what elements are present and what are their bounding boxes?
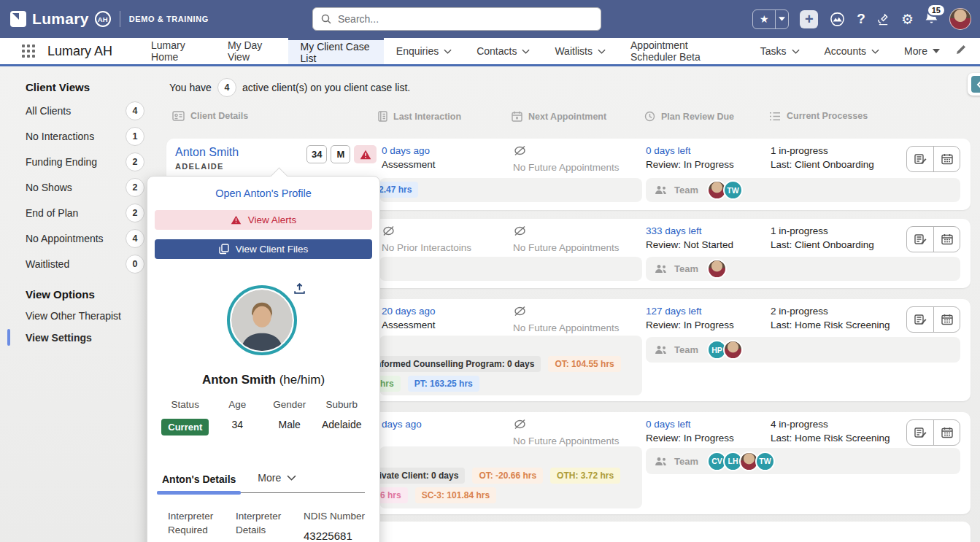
lumary-logo-icon (10, 11, 26, 27)
nav-tabs: Lumary Home My Day View My Client Case L… (139, 38, 952, 64)
count-badge: 2 (126, 178, 144, 197)
global-search[interactable] (312, 7, 601, 31)
last-interaction-type: Assessment (382, 159, 436, 170)
upload-photo-icon[interactable] (293, 282, 306, 298)
hours-badge: SC-3: 101.84 hrs (415, 487, 496, 503)
tab-appointment-scheduler[interactable]: Appointment Scheduler Beta (618, 38, 748, 64)
sidebar-item-view-other-therapist[interactable]: View Other Therapist (26, 305, 166, 327)
gender-value: Male (263, 419, 316, 430)
search-input[interactable] (338, 13, 593, 25)
count-badge: 2 (126, 204, 144, 222)
sidebar-item-view-settings[interactable]: View Settings (26, 327, 166, 349)
tab-my-day-view[interactable]: My Day View (215, 38, 288, 64)
client-profile-popup: Open Anton's Profile View Alerts View Cl… (147, 176, 380, 542)
user-avatar[interactable] (949, 8, 971, 30)
favorites-caret-icon[interactable] (775, 10, 788, 28)
last-interaction-when[interactable]: 20 days ago (382, 306, 436, 317)
quick-add-button[interactable]: + (800, 10, 818, 28)
tab-tasks[interactable]: Tasks (748, 38, 812, 64)
note-edit-button[interactable] (907, 420, 933, 445)
edit-nav-pencil-icon[interactable] (955, 44, 967, 58)
sidebar-item-waitlisted[interactable]: Waitlisted0 (26, 251, 144, 276)
team-member-avatar[interactable] (707, 259, 727, 279)
team-member-avatar[interactable]: TW (755, 452, 775, 471)
funding-badges-bar: rivate Client: 0 days OT: -20.66 hrs OTH… (379, 446, 642, 508)
tab-more[interactable]: More (892, 38, 952, 64)
team-bar: Team (646, 257, 960, 281)
team-icon (655, 185, 668, 195)
notification-count-badge: 15 (927, 4, 946, 17)
tab-more[interactable]: More (258, 472, 296, 492)
calendar-button[interactable] (933, 227, 960, 252)
last-interaction-when[interactable]: days ago (382, 419, 422, 430)
favorites-button-group[interactable]: ★ (752, 9, 789, 29)
process-count: 1 in-progress (771, 225, 874, 236)
suburb-label: Suburb (316, 399, 369, 410)
sidebar-item-no-appointments[interactable]: No Appointments4 (26, 225, 144, 251)
chevron-left-icon (971, 76, 980, 93)
view-client-files-button[interactable]: View Client Files (155, 239, 372, 259)
hours-badge: OT: 104.55 hrs (548, 356, 620, 372)
next-appointment-text: No Future Appointments (513, 242, 620, 253)
count-badge: 2 (126, 152, 144, 171)
trailhead-icon[interactable] (829, 11, 846, 28)
sidebar: Client Views All Clients4 No Interaction… (0, 66, 166, 542)
team-bar: Team TW (646, 178, 960, 202)
no-interaction-icon (382, 225, 396, 236)
sidebar-item-funding-ending[interactable]: Funding Ending2 (26, 149, 144, 174)
ndis-number-label: NDIS Number (304, 510, 371, 524)
favorites-star-icon[interactable]: ★ (753, 10, 775, 28)
open-profile-link[interactable]: Open Anton's Profile (147, 187, 379, 199)
team-member-avatar[interactable] (723, 340, 743, 360)
current-processes-icon (769, 112, 781, 121)
tab-client-details[interactable]: Anton's Details (162, 473, 236, 492)
next-appointment-text: No Future Appointments (513, 322, 620, 333)
notifications-bell[interactable]: 15 (925, 10, 938, 28)
plan-review-due[interactable]: 0 days left (646, 419, 734, 430)
tab-contacts[interactable]: Contacts (464, 38, 542, 64)
process-count: 2 in-progress (771, 306, 890, 317)
alert-badge[interactable] (354, 145, 377, 163)
calendar-button[interactable] (933, 420, 960, 445)
view-alerts-button[interactable]: View Alerts (155, 210, 372, 230)
client-name-link[interactable]: Anton Smith (175, 146, 239, 159)
inspector-icon[interactable] (876, 12, 890, 26)
tab-enquiries[interactable]: Enquiries (384, 38, 464, 64)
col-client-details: Client Details (172, 111, 248, 121)
age-label: Age (212, 399, 264, 410)
client-avatar[interactable] (227, 285, 297, 355)
sidebar-item-no-interactions[interactable]: No Interactions1 (26, 123, 144, 149)
note-edit-button[interactable] (907, 307, 933, 332)
plan-review-due[interactable]: 333 days left (646, 225, 733, 236)
team-label: Team (674, 185, 698, 195)
plan-review-due[interactable]: 127 days left (646, 306, 734, 317)
gender-badge: M (331, 145, 350, 163)
sidebar-item-all-clients[interactable]: All Clients4 (26, 98, 144, 123)
count-badge: 1 (126, 127, 144, 146)
panel-toggle-button[interactable] (968, 73, 980, 96)
header-actions: ★ + ? ⚙ 15 (752, 0, 971, 38)
setup-gear-icon[interactable]: ⚙ (901, 11, 914, 28)
calendar-button[interactable] (933, 147, 960, 171)
process-count: 1 in-progress (771, 145, 874, 156)
tab-my-client-case-list[interactable]: My Client Case List (288, 38, 384, 64)
row-actions (906, 146, 960, 172)
sidebar-item-no-shows[interactable]: No Shows2 (26, 174, 144, 200)
team-member-avatar[interactable]: TW (723, 180, 743, 200)
chevron-down-icon (598, 49, 606, 54)
popup-tabs: Anton's Details More (162, 472, 365, 493)
env-label: DEMO & TRAINING (129, 15, 209, 23)
calendar-button[interactable] (933, 307, 960, 332)
sidebar-item-end-of-plan[interactable]: End of Plan2 (26, 200, 144, 225)
note-edit-button[interactable] (907, 147, 933, 171)
tab-lumary-home[interactable]: Lumary Home (139, 38, 215, 64)
note-edit-button[interactable] (907, 227, 933, 252)
plan-review-due[interactable]: 0 days left (646, 145, 734, 156)
app-launcher-icon[interactable] (22, 44, 35, 58)
tab-waitlists[interactable]: Waitlists (542, 38, 618, 64)
last-interaction-type: Assessment (382, 320, 436, 330)
tab-accounts[interactable]: Accounts (812, 38, 892, 64)
help-icon[interactable]: ? (857, 11, 865, 27)
summary-line: You have 4 active client(s) on you clien… (169, 78, 410, 97)
last-interaction-when[interactable]: 0 days ago (382, 145, 436, 156)
